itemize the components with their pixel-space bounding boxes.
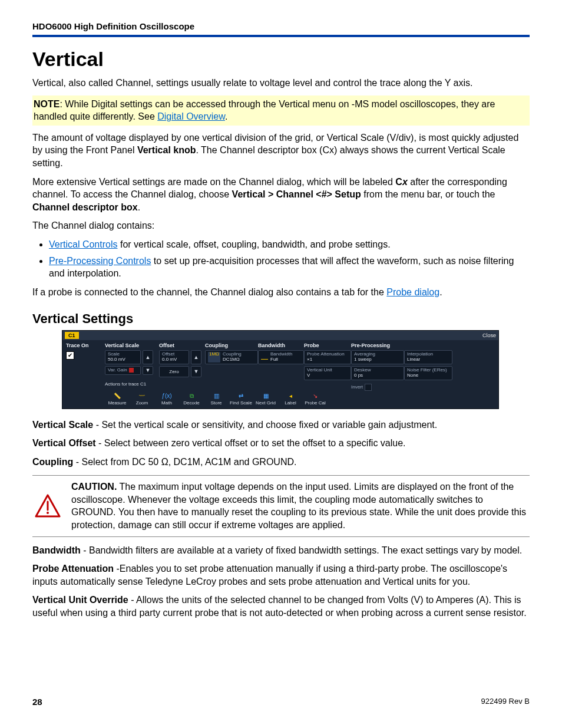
trace-on-checkbox[interactable]: ✔ bbox=[66, 351, 74, 360]
para-channel-dialog: More extensive Vertical settings are mad… bbox=[32, 176, 530, 214]
impedance-badge: 1MΩ bbox=[208, 352, 220, 363]
def-bandwidth: Bandwidth - Bandwidth filters are availa… bbox=[32, 544, 530, 557]
bullet-list: Vertical Controls for vertical scale, of… bbox=[49, 238, 530, 280]
action-math[interactable]: ƒ(x)Math bbox=[154, 392, 179, 406]
actions-title: Actions for trace C1 bbox=[105, 381, 205, 387]
action-label[interactable]: ◂Label bbox=[278, 392, 303, 406]
note-box: NOTE: While Digital settings can be acce… bbox=[32, 95, 530, 126]
vertical-unit-field[interactable]: Vertical Unit V bbox=[304, 366, 351, 380]
note-label: NOTE bbox=[34, 99, 59, 109]
action-zoom[interactable]: 〰Zoom bbox=[130, 392, 154, 406]
warning-icon bbox=[35, 494, 61, 518]
list-item: Vertical Controls for vertical scale, of… bbox=[49, 238, 530, 251]
def-coupling: Coupling - Select from DC 50 Ω, DC1M, AC… bbox=[32, 456, 530, 469]
invert-label: Invert bbox=[351, 384, 363, 390]
note-body2: . bbox=[225, 111, 227, 121]
def-vertical-scale: Vertical Scale - Set the vertical scale … bbox=[32, 419, 530, 431]
offset-down-button[interactable]: ▼ bbox=[191, 366, 201, 377]
noise-filter-field[interactable]: Noise Filter (ERes) None bbox=[404, 366, 452, 380]
zero-button[interactable]: Zero bbox=[159, 366, 189, 377]
probe-title: Probe bbox=[304, 342, 351, 348]
page-header: HDO6000 High Definition Oscilloscope bbox=[32, 21, 530, 37]
interpolation-field[interactable]: Interpolation Linear bbox=[404, 350, 452, 364]
bandwidth-icon bbox=[261, 355, 268, 360]
offset-title: Offset bbox=[159, 342, 201, 348]
link-pre-processing-controls[interactable]: Pre-Processing Controls bbox=[49, 256, 151, 266]
trace-on-label: Trace On bbox=[66, 342, 105, 348]
coupling-field[interactable]: 1MΩ Coupling DC1MΩ bbox=[205, 350, 258, 364]
para-vertical-knob: The amount of voltage displayed by one v… bbox=[32, 131, 530, 170]
coupling-title: Coupling bbox=[205, 342, 258, 348]
def-probe-attenuation: Probe Attenuation -Enables you to set pr… bbox=[32, 562, 530, 588]
link-probe-dialog[interactable]: Probe dialog bbox=[386, 287, 439, 297]
intro-paragraph: Vertical, also called Channel, settings … bbox=[32, 77, 530, 90]
link-digital-overview[interactable]: Digital Overview bbox=[157, 111, 225, 121]
h2-vertical-settings: Vertical Settings bbox=[32, 311, 530, 327]
para-probe-dialog: If a probe is connected to the channel, … bbox=[32, 286, 530, 299]
caution-box: CAUTION. The maximum input voltage depen… bbox=[32, 475, 530, 536]
vertical-scale-title: Vertical Scale bbox=[105, 342, 153, 348]
var-gain-field[interactable]: Var. Gain bbox=[105, 366, 141, 375]
scale-down-button[interactable]: ▼ bbox=[143, 366, 153, 375]
invert-checkbox[interactable] bbox=[365, 384, 372, 391]
offset-field[interactable]: Offset 0.0 mV bbox=[159, 350, 189, 364]
action-next-grid[interactable]: ▦Next Grid bbox=[253, 392, 278, 406]
preprocessing-title: Pre-Processing bbox=[351, 342, 404, 348]
action-decode[interactable]: ⧉Decode bbox=[179, 392, 204, 406]
channel-dialog-screenshot: C1 Close Trace On ✔ Vertical Scale Scale bbox=[62, 330, 499, 409]
revision-label: 922499 Rev B bbox=[481, 697, 530, 707]
page-footer: 28 922499 Rev B bbox=[32, 697, 530, 707]
page-number: 28 bbox=[32, 697, 42, 707]
scale-up-button[interactable]: ▲ bbox=[143, 350, 153, 364]
h1-vertical: Vertical bbox=[32, 48, 530, 71]
close-button[interactable]: Close bbox=[482, 332, 496, 338]
averaging-field[interactable]: Averaging 1 sweep bbox=[351, 350, 404, 364]
offset-up-button[interactable]: ▲ bbox=[191, 350, 201, 364]
para-contains: The Channel dialog contains: bbox=[32, 219, 530, 232]
deskew-field[interactable]: Deskew 0 ps bbox=[351, 366, 404, 380]
caution-text: CAUTION. The maximum input voltage depen… bbox=[71, 480, 530, 531]
svg-point-2 bbox=[47, 512, 49, 514]
var-gain-indicator bbox=[129, 368, 134, 373]
note-body1: : While Digital settings can be accessed… bbox=[34, 99, 495, 122]
scale-field[interactable]: Scale 50.0 mV bbox=[105, 350, 141, 364]
def-vertical-offset: Vertical Offset - Select between zero ve… bbox=[32, 437, 530, 450]
def-vertical-unit-override: Vertical Unit Override - Allows the unit… bbox=[32, 594, 530, 619]
tab-c1[interactable]: C1 bbox=[65, 332, 79, 339]
list-item: Pre-Processing Controls to set up pre-ac… bbox=[49, 255, 530, 280]
action-store[interactable]: ▥Store bbox=[204, 392, 229, 406]
action-probe-cal[interactable]: ↘Probe Cal bbox=[303, 392, 328, 406]
bandwidth-title: Bandwidth bbox=[258, 342, 304, 348]
bandwidth-field[interactable]: Bandwidth Full bbox=[258, 350, 304, 364]
action-find-scale[interactable]: ⇄Find Scale bbox=[229, 392, 253, 406]
probe-attenuation-field[interactable]: Probe Attenuation ×1 bbox=[304, 350, 351, 364]
link-vertical-controls[interactable]: Vertical Controls bbox=[49, 239, 118, 249]
action-measure[interactable]: 📏Measure bbox=[105, 392, 130, 406]
